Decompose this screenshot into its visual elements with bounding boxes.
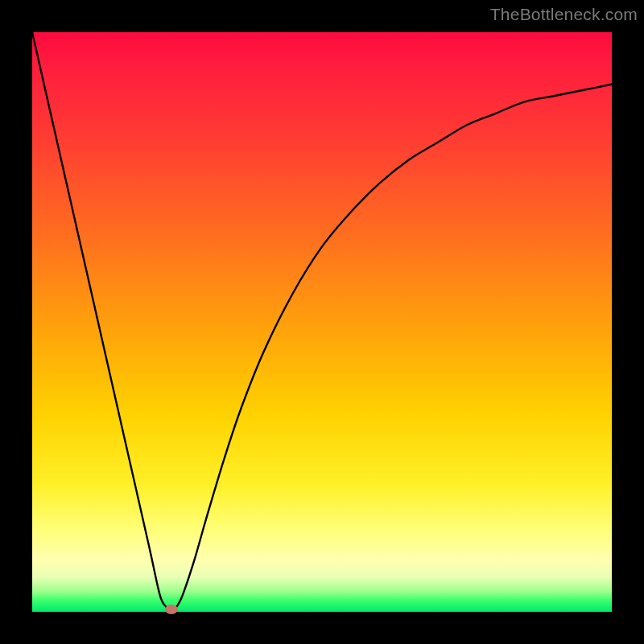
- chart-frame: TheBottleneck.com: [0, 0, 644, 644]
- plot-area: [32, 32, 612, 612]
- watermark-text: TheBottleneck.com: [490, 5, 638, 24]
- min-point-marker: [165, 605, 178, 614]
- curve-path: [32, 32, 612, 612]
- bottleneck-curve: [32, 32, 612, 612]
